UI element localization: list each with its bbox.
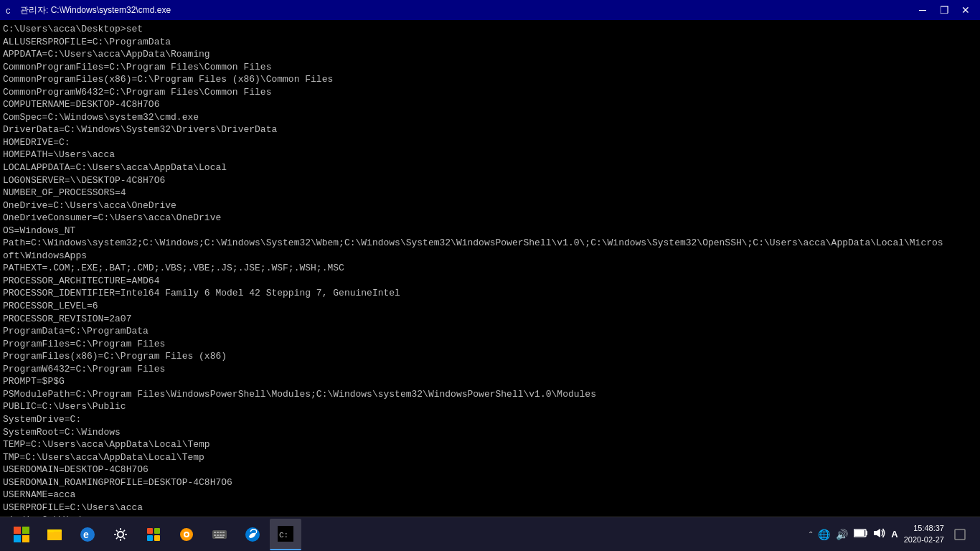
svg-rect-2 <box>14 527 21 534</box>
svg-rect-7 <box>47 532 62 540</box>
svg-rect-33 <box>866 531 867 535</box>
svg-rect-25 <box>217 534 219 536</box>
cmd-icon: C <box>4 4 16 16</box>
tray-chevron[interactable]: ⌃ <box>808 530 814 538</box>
taskbar-taskbar-app-store[interactable] <box>138 519 169 550</box>
taskbar-cmd-icon: C: <box>277 525 294 542</box>
tray-battery-icon[interactable] <box>852 527 870 542</box>
title-controls: ─ ❐ ✕ <box>913 2 976 18</box>
maximize-button[interactable]: ❐ <box>934 2 954 18</box>
terminal-output: C:\Users\acca\Desktop>set ALLUSERSPROFIL… <box>3 23 977 517</box>
svg-rect-4 <box>14 535 21 542</box>
svg-rect-5 <box>22 535 29 542</box>
taskbar: eC: ⌃ 🌐 🔊 A <box>0 517 980 551</box>
svg-rect-24 <box>214 534 216 536</box>
svg-text:C:: C: <box>279 531 288 540</box>
taskbar-keyboard-icon <box>211 526 228 543</box>
svg-rect-13 <box>154 528 160 534</box>
tray-network-icon[interactable]: 🌐 <box>816 527 831 542</box>
taskbar-right: ⌃ 🌐 🔊 A 15:48:37 <box>808 517 977 552</box>
taskbar-settings-2[interactable] <box>105 519 136 550</box>
taskbar-paint-icon <box>178 526 195 543</box>
svg-rect-37 <box>955 529 965 540</box>
edge-ie-icon: e <box>79 526 96 543</box>
svg-text:C: C <box>6 7 11 16</box>
taskbar-app-store-icon <box>145 526 162 543</box>
file-explorer-icon <box>46 526 63 543</box>
tray-lang-icon[interactable]: A <box>890 527 899 541</box>
start-button[interactable] <box>6 519 37 550</box>
taskbar-taskbar-paint[interactable] <box>171 519 202 550</box>
title-bar-left: C 관리자: C:\Windows\system32\cmd.exe <box>4 4 171 17</box>
taskbar-file-explorer[interactable] <box>39 519 70 550</box>
title-text: 관리자: C:\Windows\system32\cmd.exe <box>20 4 171 17</box>
windows-logo-icon <box>13 526 30 543</box>
svg-text:e: e <box>83 529 89 540</box>
tray-volume-icon[interactable]: 🔊 <box>834 527 849 542</box>
minimize-button[interactable]: ─ <box>913 2 933 18</box>
clock-date: 2020-02-27 <box>904 534 944 545</box>
title-bar: C 관리자: C:\Windows\system32\cmd.exe ─ ❐ ✕ <box>0 0 980 20</box>
svg-rect-27 <box>222 534 225 536</box>
svg-rect-20 <box>214 532 216 533</box>
svg-rect-12 <box>147 528 153 534</box>
svg-rect-15 <box>154 535 160 541</box>
terminal-window[interactable]: C:\Users\acca\Desktop>set ALLUSERSPROFIL… <box>0 20 980 517</box>
svg-rect-23 <box>222 532 225 533</box>
settings-2-icon <box>112 526 129 543</box>
taskbar-edge-ie[interactable]: e <box>72 519 103 550</box>
svg-rect-14 <box>147 535 153 541</box>
taskbar-apps: eC: <box>6 519 805 550</box>
taskbar-clock[interactable]: 15:48:37 2020-02-27 <box>904 523 944 545</box>
close-button[interactable]: ✕ <box>956 2 976 18</box>
svg-rect-28 <box>215 537 224 538</box>
svg-rect-35 <box>874 531 877 535</box>
taskbar-taskbar-keyboard[interactable] <box>204 519 235 550</box>
taskbar-taskbar-cmd[interactable]: C: <box>270 519 301 550</box>
svg-rect-22 <box>220 532 222 533</box>
taskbar-tray: ⌃ 🌐 🔊 A <box>808 527 899 542</box>
svg-rect-8 <box>47 529 54 532</box>
tray-speaker-icon[interactable] <box>872 527 887 542</box>
notification-button[interactable] <box>948 517 971 552</box>
svg-marker-36 <box>877 529 880 537</box>
svg-rect-3 <box>22 527 29 534</box>
clock-time: 15:48:37 <box>904 523 944 534</box>
svg-rect-26 <box>220 534 222 536</box>
svg-rect-34 <box>854 530 864 536</box>
taskbar-taskbar-edge[interactable] <box>237 519 268 550</box>
svg-point-11 <box>118 532 123 537</box>
taskbar-edge-icon <box>244 526 261 543</box>
svg-point-18 <box>185 533 188 536</box>
svg-rect-21 <box>217 532 219 533</box>
